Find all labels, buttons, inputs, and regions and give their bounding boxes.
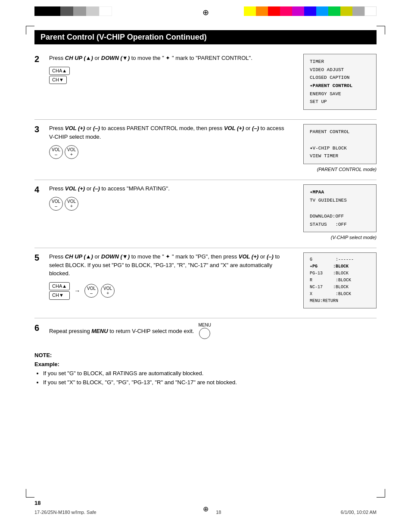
- menu-button-group: MENU: [198, 323, 211, 339]
- step-4-menu-area: ✦MPAA TV GUIDELINES DOWNLOAD:OFF STATUS …: [290, 184, 377, 240]
- bullet-2: If you set "X" to BLOCK, "G", "PG", "PG-…: [43, 378, 377, 387]
- step-2-row: Press CH UP (▲) or DOWN (▼) to move the …: [49, 54, 377, 112]
- crosshair-top: ⊕: [202, 8, 209, 17]
- step-3-tv-menu: PARENT CONTROL ✦V-CHIP BLOCK VIEW TIMER: [303, 124, 377, 164]
- footer-center: 18: [216, 510, 221, 515]
- step-2: 2 Press CH UP (▲) or DOWN (▼) to move th…: [34, 54, 377, 112]
- step-2-menu: TIMER VIDEO ADJUST CLOSED CAPTION ✦PAREN…: [290, 54, 377, 112]
- swatch-orange: [256, 6, 268, 16]
- menu-btn-label: MENU: [198, 323, 211, 327]
- step-5-row: Press CH UP (▲) or DOWN (▼) to move the …: [49, 252, 377, 310]
- cha-btn-5[interactable]: CHA▲: [49, 282, 70, 290]
- step-2-text: Press CH UP (▲) or DOWN (▼) to move the …: [49, 54, 290, 62]
- swatch-midgray: [73, 6, 86, 16]
- step-3-buttons: VOL– VOL+: [49, 145, 290, 159]
- step-2-tv-menu: TIMER VIDEO ADJUST CLOSED CAPTION ✦PAREN…: [303, 54, 377, 110]
- example-bullets: If you set "G" to BLOCK, all RATINGS are…: [43, 369, 377, 387]
- step-4-buttons: VOL– VOL+: [49, 197, 290, 211]
- swatch-darkgray: [60, 6, 73, 16]
- step-2-number: 2: [34, 54, 47, 64]
- reg-mark-bl: [26, 489, 34, 498]
- page-title: Parent Control (V-CHIP Operation Continu…: [40, 33, 207, 41]
- vol-minus-btn-4[interactable]: VOL–: [49, 197, 63, 211]
- step-5: 5 Press CH UP (▲) or DOWN (▼) to move th…: [34, 252, 377, 310]
- bullet-1: If you set "G" to BLOCK, all RATINGS are…: [43, 369, 377, 378]
- crosshair-bottom: ⊕: [203, 505, 209, 513]
- swatch-lightgray: [86, 6, 99, 16]
- step-4-text: Press VOL (+) or (–) to access "MPAA RAT…: [49, 184, 290, 193]
- color-swatches: [244, 6, 377, 16]
- step-3: 3 Press VOL (+) or (–) to access PARENT …: [34, 124, 377, 172]
- swatch-black: [34, 6, 47, 16]
- step-3-number: 3: [34, 124, 47, 134]
- step-5-menu-area: G :------ ✦PG :BLOCK PG-13 :BLOCK R :BLO…: [290, 252, 377, 310]
- reg-mark-tr: [377, 26, 385, 34]
- swatch-pink: [280, 6, 292, 16]
- swatch-lightblue: [316, 6, 328, 16]
- vol-minus-btn-5[interactable]: VOL–: [84, 284, 98, 298]
- note-section: NOTE: Example: If you set "G" to BLOCK, …: [34, 351, 377, 387]
- step-4-caption: (V-CHIP select mode): [331, 235, 377, 240]
- step-6-row: Repeat pressing MENU to return V-CHIP se…: [49, 323, 377, 339]
- step-4-number: 4: [34, 184, 47, 195]
- swatch-blue: [304, 6, 316, 16]
- top-color-bar: ⊕: [0, 4, 411, 18]
- swatch-yellow: [244, 6, 256, 16]
- step-5-number: 5: [34, 252, 47, 263]
- example-label: Example:: [34, 361, 59, 367]
- menu-button[interactable]: [199, 328, 210, 339]
- divider-4-5: [34, 248, 377, 248]
- vol-plus-btn-5[interactable]: VOL+: [101, 284, 115, 298]
- step-4-tv-menu: ✦MPAA TV GUIDELINES DOWNLOAD:OFF STATUS …: [303, 184, 377, 232]
- step-5-left: Press CH UP (▲) or DOWN (▼) to move the …: [49, 252, 290, 310]
- step-6: 6 Repeat pressing MENU to return V-CHIP …: [34, 323, 377, 343]
- step-3-left: Press VOL (+) or (–) to access PARENT CO…: [49, 124, 290, 172]
- main-content: Parent Control (V-CHIP Operation Continu…: [34, 30, 377, 489]
- step-2-buttons: CHA▲ CH▼: [49, 67, 290, 84]
- note-label: NOTE:: [34, 352, 52, 358]
- step-6-text: Repeat pressing MENU to return V-CHIP se…: [49, 327, 194, 336]
- reg-mark-tl: [26, 26, 34, 34]
- divider-5-6: [34, 318, 377, 318]
- footer-left: 17-26/25N-M180 w/Imp. Safe: [34, 510, 97, 515]
- step-5-tv-menu: G :------ ✦PG :BLOCK PG-13 :BLOCK R :BLO…: [303, 252, 377, 308]
- swatch-white2: [364, 6, 377, 16]
- ch-buttons-5: CHA▲ CH▼: [49, 282, 70, 300]
- step-3-row: Press VOL (+) or (–) to access PARENT CO…: [49, 124, 377, 172]
- step-5-text: Press CH UP (▲) or DOWN (▼) to move the …: [49, 252, 290, 278]
- step-6-number: 6: [34, 323, 47, 333]
- step-5-buttons: CHA▲ CH▼ → VOL– VOL+: [49, 282, 290, 300]
- step-4: 4 Press VOL (+) or (–) to access "MPAA R…: [34, 184, 377, 240]
- divider-3-4: [34, 180, 377, 180]
- step-3-menu-area: PARENT CONTROL ✦V-CHIP BLOCK VIEW TIMER …: [290, 124, 377, 172]
- cha-button[interactable]: CHA▲: [49, 67, 70, 75]
- step-3-text: Press VOL (+) or (–) to access PARENT CO…: [49, 124, 290, 141]
- vol-plus-btn-3[interactable]: VOL+: [65, 145, 78, 159]
- swatch-gray2: [352, 6, 364, 16]
- step-4-row: Press VOL (+) or (–) to access "MPAA RAT…: [49, 184, 377, 240]
- step-6-left: Repeat pressing MENU to return V-CHIP se…: [49, 323, 377, 343]
- swatch-olive: [340, 6, 352, 16]
- swatch-white: [99, 6, 112, 16]
- swatch-green: [328, 6, 340, 16]
- chv-button[interactable]: CH▼: [49, 76, 67, 84]
- vol-minus-btn-3[interactable]: VOL–: [49, 145, 63, 159]
- arrow-5: →: [74, 287, 80, 294]
- swatch-red: [268, 6, 280, 16]
- grayscale-swatches: [34, 6, 112, 16]
- reg-mark-br: [377, 489, 385, 498]
- swatch-purple: [292, 6, 304, 16]
- step-4-left: Press VOL (+) or (–) to access "MPAA RAT…: [49, 184, 290, 240]
- divider-2-3: [34, 119, 377, 120]
- chv-btn-5[interactable]: CH▼: [49, 291, 70, 299]
- step-3-caption: (PARENT CONTROL mode): [317, 167, 377, 172]
- vol-plus-btn-4[interactable]: VOL+: [65, 197, 78, 211]
- page-title-box: Parent Control (V-CHIP Operation Continu…: [34, 30, 377, 44]
- page-number: 18: [34, 500, 40, 506]
- swatch-black2: [47, 6, 60, 16]
- footer-right: 6/1/00, 10:02 AM: [341, 510, 377, 515]
- step-2-left: Press CH UP (▲) or DOWN (▼) to move the …: [49, 54, 290, 112]
